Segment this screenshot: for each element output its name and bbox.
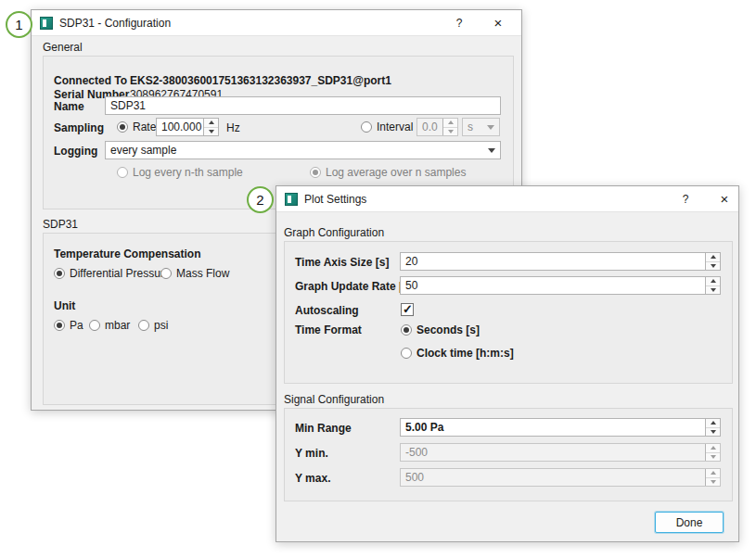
spin-up-icon[interactable]	[706, 253, 720, 262]
y-min-label: Y min.	[295, 447, 328, 460]
log-average-radio[interactable]: Log average over n samples	[310, 166, 466, 179]
unit-label: Unit	[54, 299, 75, 312]
radio-icon	[117, 121, 128, 133]
log-nth-label: Log every n-th sample	[133, 166, 243, 179]
annotation-marker-2-text: 2	[256, 192, 263, 208]
close-icon[interactable]: ×	[486, 10, 510, 36]
group-label-sdp31: SDP31	[43, 218, 78, 231]
spin-down-icon[interactable]	[706, 286, 720, 295]
clock-time-radio-label: Clock time [h:m:s]	[416, 347, 514, 360]
log-nth-radio[interactable]: Log every n-th sample	[117, 166, 243, 179]
radio-icon	[401, 348, 412, 359]
min-range-spinbox[interactable]: 5.00 Pa	[400, 418, 721, 437]
window-title: Plot Settings	[304, 186, 366, 212]
annotation-marker-2: 2	[247, 186, 274, 213]
temperature-compensation-label: Temperature Compensation	[54, 247, 200, 260]
radio-icon	[89, 320, 100, 331]
interval-unit-select[interactable]: s	[462, 118, 500, 136]
graph-update-rate-spinbox[interactable]: 50	[400, 276, 721, 295]
clock-time-radio[interactable]: Clock time [h:m:s]	[401, 347, 514, 360]
time-axis-size-value: 20	[401, 253, 705, 270]
graph-update-rate-value: 50	[401, 277, 705, 294]
y-max-spinbox[interactable]: 500	[400, 468, 721, 487]
min-range-value: 5.00 Pa	[401, 419, 705, 436]
interval-radio[interactable]: Interval	[361, 120, 413, 133]
unit-pa-label: Pa	[70, 319, 83, 332]
plot-settings-window: Plot Settings ? × Graph Configuration Ti…	[275, 185, 739, 542]
logging-select[interactable]: every sample	[105, 141, 501, 159]
min-range-label: Min Range	[295, 422, 352, 435]
y-min-spinbox[interactable]: -500	[400, 443, 721, 462]
help-button[interactable]: ?	[675, 186, 696, 212]
rate-radio[interactable]: Rate	[117, 120, 156, 133]
close-icon[interactable]: ×	[712, 186, 737, 212]
annotation-marker-1: 1	[6, 11, 32, 38]
connected-to-value: EKS2-380036001751363132363937_SDP31@port…	[130, 74, 391, 87]
radio-icon	[138, 320, 149, 331]
y-min-value: -500	[401, 444, 705, 461]
seconds-radio[interactable]: Seconds [s]	[401, 323, 480, 336]
interval-radio-label: Interval	[377, 120, 413, 133]
rate-radio-label: Rate	[133, 120, 156, 133]
spin-down-icon[interactable]	[443, 128, 457, 136]
group-label-general: General	[43, 41, 83, 54]
unit-psi-radio[interactable]: psi	[138, 319, 168, 332]
autoscaling-checkbox[interactable]	[401, 303, 414, 316]
sampling-label: Sampling	[54, 121, 104, 134]
unit-pa-radio[interactable]: Pa	[54, 319, 83, 332]
spin-down-icon[interactable]	[706, 428, 720, 437]
log-average-label: Log average over n samples	[326, 166, 466, 179]
mass-flow-radio[interactable]: Mass Flow	[160, 267, 229, 280]
differential-pressure-label: Differential Pressure	[70, 267, 171, 280]
logging-value: every sample	[106, 142, 483, 159]
spin-down-icon[interactable]	[706, 262, 720, 271]
unit-psi-label: psi	[154, 319, 168, 332]
mass-flow-label: Mass Flow	[176, 267, 229, 280]
spin-down-icon[interactable]	[706, 478, 720, 487]
plot-settings-titlebar[interactable]: Plot Settings ? ×	[276, 186, 738, 212]
interval-unit-value: s	[463, 119, 482, 135]
radio-icon	[401, 324, 412, 336]
unit-mbar-label: mbar	[105, 319, 130, 332]
done-button-label: Done	[676, 516, 703, 529]
radio-icon	[310, 167, 321, 178]
autoscaling-label: Autoscaling	[295, 304, 359, 317]
spin-up-icon[interactable]	[443, 119, 457, 128]
interval-spinbox[interactable]: 0.0	[416, 118, 458, 136]
y-max-label: Y max.	[295, 472, 330, 485]
interval-value: 0.0	[417, 119, 442, 135]
app-icon	[285, 193, 298, 206]
rate-value: 100.000	[157, 119, 203, 135]
logging-label: Logging	[54, 145, 97, 158]
spin-up-icon[interactable]	[204, 119, 218, 128]
radio-icon	[54, 268, 65, 279]
rate-unit-label: Hz	[226, 121, 240, 134]
radio-icon	[117, 167, 128, 178]
spin-up-icon[interactable]	[706, 277, 720, 286]
done-button[interactable]: Done	[655, 512, 724, 533]
radio-icon	[160, 268, 172, 279]
help-button[interactable]: ?	[449, 10, 469, 36]
app-icon	[40, 17, 53, 30]
spin-down-icon[interactable]	[706, 453, 720, 462]
time-axis-size-spinbox[interactable]: 20	[400, 252, 721, 271]
y-max-value: 500	[401, 469, 705, 486]
connected-to-label: Connected To	[54, 74, 127, 87]
radio-icon	[361, 121, 372, 133]
name-input[interactable]	[105, 96, 501, 115]
time-axis-size-label: Time Axis Size [s]	[295, 256, 389, 269]
chevron-down-icon	[483, 142, 500, 159]
spin-down-icon[interactable]	[204, 128, 218, 136]
configuration-titlebar[interactable]: SDP31 - Configuration ? ×	[32, 10, 521, 36]
rate-spinbox[interactable]: 100.000	[156, 118, 219, 136]
spin-up-icon[interactable]	[706, 444, 720, 453]
unit-mbar-radio[interactable]: mbar	[89, 319, 130, 332]
group-label-signal-configuration: Signal Configuration	[284, 393, 384, 406]
differential-pressure-radio[interactable]: Differential Pressure	[54, 267, 171, 280]
group-label-graph-configuration: Graph Configuration	[284, 226, 384, 239]
page: SDP31 - Configuration ? × General Connec…	[0, 0, 756, 558]
spin-up-icon[interactable]	[706, 419, 720, 428]
chevron-down-icon	[482, 119, 499, 135]
spin-up-icon[interactable]	[706, 469, 720, 478]
annotation-marker-1-text: 1	[15, 17, 22, 32]
